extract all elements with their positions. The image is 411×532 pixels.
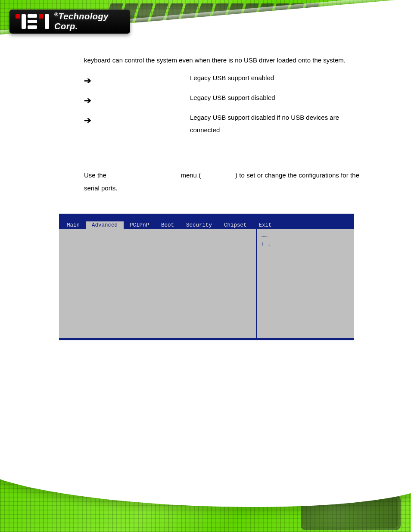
usb-option-list: ➔ Legacy USB support enabled ➔ Legacy US… — [84, 72, 359, 136]
bios-tab-boot[interactable]: Boot — [155, 221, 180, 229]
logo-e-icon — [28, 14, 37, 29]
bios-tab-bar: Main Advanced PCIPnP Boot Security Chips… — [59, 221, 354, 229]
arrow-right-icon: ➔ — [84, 112, 104, 129]
brand-logo-iei — [16, 14, 49, 29]
arrow-right-icon: ➔ — [84, 72, 104, 89]
bios-body: →← ↑ ↓ — [59, 229, 354, 338]
bios-screenshot: Main Advanced PCIPnP Boot Security Chips… — [59, 214, 354, 340]
logo-bar-icon — [45, 14, 49, 29]
bios-footer — [59, 338, 354, 340]
logo-dot-icon — [39, 14, 43, 19]
para2-text: menu ( — [181, 171, 201, 179]
bios-tab-exit[interactable]: Exit — [253, 221, 278, 229]
option-description: Legacy USB support disabled if no USB de… — [190, 112, 359, 136]
arrow-left-right-icon: →← — [261, 233, 350, 240]
bios-tab-main[interactable]: Main — [61, 221, 86, 229]
bios-header-spacer — [59, 214, 354, 221]
logo-bar-icon — [22, 14, 26, 29]
bios-tab-advanced[interactable]: Advanced — [86, 221, 124, 229]
para2-text: Use the — [84, 171, 108, 179]
registered-mark: ® — [54, 12, 58, 18]
bios-window: Main Advanced PCIPnP Boot Security Chips… — [59, 214, 354, 340]
page-footer-banner — [0, 467, 411, 532]
para2-menu-name — [108, 171, 179, 179]
bios-tab-security[interactable]: Security — [180, 221, 218, 229]
bios-left-pane — [59, 229, 257, 338]
list-item: ➔ Legacy USB support disabled — [84, 92, 359, 109]
page-header-banner: ®Technology Corp. — [0, 0, 411, 50]
brand-text: ®Technology Corp. — [54, 12, 124, 31]
bios-tab-chipset[interactable]: Chipset — [218, 221, 253, 229]
bios-tab-pcipnp[interactable]: PCIPnP — [124, 221, 155, 229]
para2-ref — [203, 171, 234, 179]
option-description: Legacy USB support enabled — [190, 72, 359, 84]
brand-name: Technology Corp. — [54, 12, 109, 31]
logo-dot-icon — [16, 14, 20, 19]
option-description: Legacy USB support disabled — [190, 92, 359, 104]
brand-badge: ®Technology Corp. — [9, 9, 130, 34]
page-content: keyboard can control the system even whe… — [84, 54, 359, 203]
serial-port-paragraph: Use the menu ( ) to set or change the co… — [84, 169, 359, 195]
list-item: ➔ Legacy USB support enabled — [84, 72, 359, 89]
list-item: ➔ Legacy USB support disabled if no USB … — [84, 112, 359, 136]
arrow-up-down-icon: ↑ ↓ — [261, 240, 350, 248]
bios-help-pane: →← ↑ ↓ — [257, 229, 354, 338]
arrow-right-icon: ➔ — [84, 92, 104, 109]
intro-paragraph: keyboard can control the system even whe… — [84, 54, 359, 67]
